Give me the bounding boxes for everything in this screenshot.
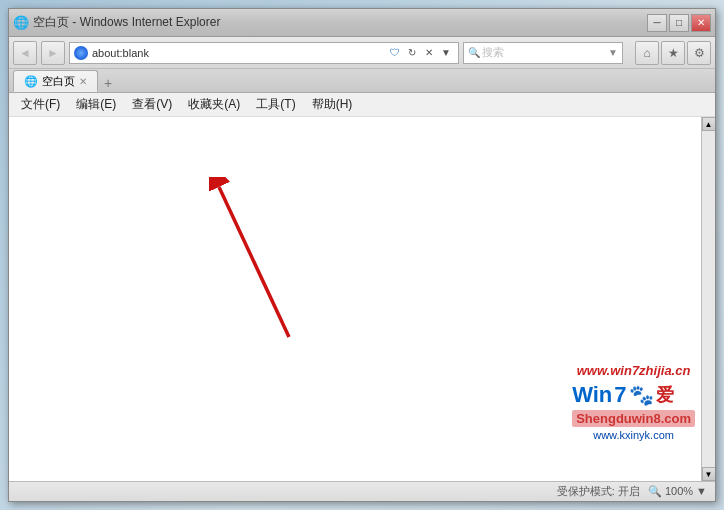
love-text: 爱 <box>656 383 674 407</box>
menu-tools[interactable]: 工具(T) <box>248 93 303 116</box>
title-bar: 🌐 空白页 - Windows Internet Explorer ─ □ ✕ <box>9 9 715 37</box>
scroll-down-button[interactable]: ▼ <box>702 467 716 481</box>
title-bar-controls: ─ □ ✕ <box>647 14 711 32</box>
minimize-button[interactable]: ─ <box>647 14 667 32</box>
title-bar-left: 🌐 空白页 - Windows Internet Explorer <box>13 14 220 31</box>
favorites-button[interactable]: ★ <box>661 41 685 65</box>
red-arrow <box>209 177 329 360</box>
close-button[interactable]: ✕ <box>691 14 711 32</box>
tab-label: 空白页 <box>42 74 75 89</box>
search-dropdown-icon[interactable]: ▼ <box>608 47 618 58</box>
address-dropdown-icon[interactable]: ▼ <box>438 44 454 62</box>
tools-button[interactable]: ⚙ <box>687 41 711 65</box>
zoom-label: 🔍 100% ▼ <box>648 485 707 498</box>
menu-view[interactable]: 查看(V) <box>124 93 180 116</box>
scroll-up-button[interactable]: ▲ <box>702 117 716 131</box>
tabs-bar: 🌐 空白页 ✕ + <box>9 69 715 93</box>
menu-help[interactable]: 帮助(H) <box>304 93 361 116</box>
status-right: 受保护模式: 开启 🔍 100% ▼ <box>557 484 707 499</box>
seven-text: 7 <box>614 382 626 408</box>
tab-blank[interactable]: 🌐 空白页 ✕ <box>13 70 98 92</box>
search-bar[interactable]: 🔍 搜索 ▼ <box>463 42 623 64</box>
ie-logo-icon <box>74 46 88 60</box>
paw-icon: 🐾 <box>629 383 654 407</box>
shengdu-text: Shengduwin8.com <box>572 410 695 427</box>
status-bar: 受保护模式: 开启 🔍 100% ▼ <box>9 481 715 501</box>
win-text: Win <box>572 382 612 408</box>
watermark-url1: www.win7zhijia.cn <box>572 363 695 378</box>
menu-favorites[interactable]: 收藏夹(A) <box>180 93 248 116</box>
search-icon: 🔍 <box>468 47 480 58</box>
address-controls: 🛡 ↻ ✕ ▼ <box>387 44 454 62</box>
watermark-url2: www.kxinyk.com <box>572 429 695 441</box>
watermark-logo: Win 7 🐾 爱 <box>572 382 695 408</box>
address-bar-inner: about:blank 🛡 ↻ ✕ ▼ <box>74 44 454 62</box>
browser-icon: 🌐 <box>13 15 29 31</box>
search-placeholder: 搜索 <box>482 45 606 60</box>
back-button[interactable]: ◄ <box>13 41 37 65</box>
address-bar[interactable]: about:blank 🛡 ↻ ✕ ▼ <box>69 42 459 64</box>
maximize-button[interactable]: □ <box>669 14 689 32</box>
menu-file[interactable]: 文件(F) <box>13 93 68 116</box>
forward-button[interactable]: ► <box>41 41 65 65</box>
address-bar-container: about:blank 🛡 ↻ ✕ ▼ <box>69 42 459 64</box>
scrollbar-right[interactable]: ▲ ▼ <box>701 117 715 481</box>
nav-bar: ◄ ► about:blank 🛡 ↻ ✕ ▼ <box>9 37 715 69</box>
menu-bar: 文件(F) 编辑(E) 查看(V) 收藏夹(A) 工具(T) 帮助(H) <box>9 93 715 117</box>
scroll-track[interactable] <box>702 131 715 467</box>
window-title: 空白页 - Windows Internet Explorer <box>33 14 220 31</box>
tab-ie-icon: 🌐 <box>24 75 38 88</box>
browser-window: 🌐 空白页 - Windows Internet Explorer ─ □ ✕ … <box>8 8 716 502</box>
tab-close-button[interactable]: ✕ <box>79 76 87 87</box>
address-close-icon[interactable]: ✕ <box>421 44 437 62</box>
desktop: 🌐 空白页 - Windows Internet Explorer ─ □ ✕ … <box>0 0 724 510</box>
address-text: about:blank <box>92 47 383 59</box>
content-area: www.win7zhijia.cn Win 7 🐾 爱 Shengduwin8.… <box>9 117 715 481</box>
home-button[interactable]: ⌂ <box>635 41 659 65</box>
new-tab-button[interactable]: + <box>98 74 118 92</box>
address-shield-icon: 🛡 <box>387 44 403 62</box>
toolbar-right: ⌂ ★ ⚙ <box>635 41 711 65</box>
protected-mode-label: 受保护模式: 开启 <box>557 484 640 499</box>
address-refresh-icon[interactable]: ↻ <box>404 44 420 62</box>
svg-line-1 <box>219 187 289 337</box>
menu-edit[interactable]: 编辑(E) <box>68 93 124 116</box>
watermark: www.win7zhijia.cn Win 7 🐾 爱 Shengduwin8.… <box>572 363 695 441</box>
